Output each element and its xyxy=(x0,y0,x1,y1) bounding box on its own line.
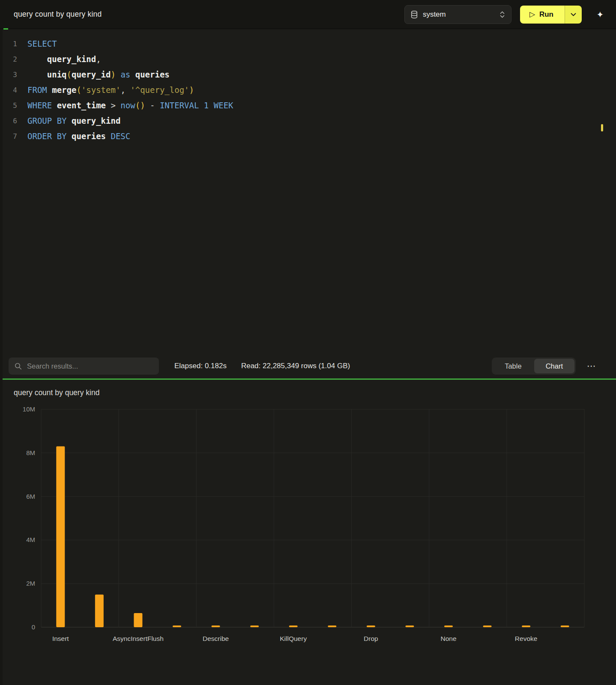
x-category-label: Revoke xyxy=(515,635,538,642)
chart-bar xyxy=(173,625,181,627)
code-line: 3 uniq(query_id) as queries xyxy=(0,67,616,82)
chart-bar xyxy=(95,595,104,627)
database-icon xyxy=(411,11,418,18)
play-icon: ▷ xyxy=(529,10,535,19)
line-number: 3 xyxy=(0,71,17,79)
chart-bar xyxy=(444,625,453,627)
elapsed-stat: Elapsed: 0.182s xyxy=(174,362,227,370)
line-number: 4 xyxy=(0,86,17,94)
code-text: GROUP BY query_kind xyxy=(27,116,120,125)
ellipsis-icon: ⋯ xyxy=(587,361,596,371)
search-input[interactable] xyxy=(27,362,153,370)
chart-bar xyxy=(561,625,569,627)
code-lines: 1SELECT2 query_kind,3 uniq(query_id) as … xyxy=(0,36,616,144)
code-line: 4FROM merge('system', '^query_log') xyxy=(0,82,616,98)
line-number: 7 xyxy=(0,132,17,140)
extra-action-button[interactable]: ✦ xyxy=(591,6,609,24)
code-line: 5WHERE event_time > now() - INTERVAL 1 W… xyxy=(0,98,616,113)
code-line: 2 query_kind, xyxy=(0,51,616,67)
y-tick-label: 6M xyxy=(26,493,35,500)
code-text: WHERE event_time > now() - INTERVAL 1 WE… xyxy=(27,101,233,110)
chart-bar xyxy=(522,625,530,627)
y-tick-label: 2M xyxy=(26,580,35,587)
line-number: 5 xyxy=(0,101,17,110)
x-category-label: Drop xyxy=(364,635,378,642)
chart-bar xyxy=(56,447,65,627)
code-text: ORDER BY queries DESC xyxy=(27,131,130,141)
chart-bar xyxy=(212,625,220,627)
y-tick-label: 8M xyxy=(26,449,35,456)
chart-title: query count by query kind xyxy=(14,387,616,398)
read-stat: Read: 22,285,349 rows (1.04 GB) xyxy=(241,362,350,370)
chart-bar xyxy=(367,625,375,627)
line-number: 1 xyxy=(0,40,17,48)
database-selector[interactable]: system xyxy=(404,5,511,24)
results-toolbar: Elapsed: 0.182s Read: 22,285,349 rows (1… xyxy=(0,354,616,378)
code-line: 7ORDER BY queries DESC xyxy=(0,128,616,144)
chart-bar xyxy=(289,625,298,627)
editor-modified-indicator xyxy=(3,28,8,30)
view-toggle: Table Chart xyxy=(492,357,576,375)
code-line: 1SELECT xyxy=(0,36,616,51)
code-text: SELECT xyxy=(27,39,57,48)
run-button-label: Run xyxy=(539,10,553,19)
x-category-label: KillQuery xyxy=(280,635,307,642)
run-options-button[interactable] xyxy=(565,6,582,24)
tab-table[interactable]: Table xyxy=(493,359,533,373)
x-category-label: Insert xyxy=(52,635,69,642)
line-number: 6 xyxy=(0,117,17,125)
chart-bar xyxy=(328,625,336,627)
sql-editor[interactable]: 1SELECT2 query_kind,3 uniq(query_id) as … xyxy=(0,29,616,354)
x-category-label: Describe xyxy=(203,635,229,642)
header: query count by query kind system ▷ Run xyxy=(0,0,616,29)
chart-bar xyxy=(250,625,259,627)
sparkle-icon: ✦ xyxy=(597,10,604,19)
code-text: uniq(query_id) as queries xyxy=(27,70,170,79)
line-number: 2 xyxy=(0,55,17,63)
y-tick-label: 4M xyxy=(26,536,35,543)
left-edge-strip xyxy=(0,29,3,685)
bar-chart: 02M4M6M8M10MInsertAsyncInsertFlushDescri… xyxy=(9,400,609,657)
chart-bar xyxy=(483,625,492,627)
x-category-label: None xyxy=(440,635,456,642)
select-updown-icon xyxy=(499,10,505,19)
chart-bar xyxy=(405,625,414,627)
scrollbar-marker xyxy=(601,124,603,131)
app-window: query count by query kind system ▷ Run xyxy=(0,0,616,685)
more-options-button[interactable]: ⋯ xyxy=(584,359,599,373)
database-value: system xyxy=(423,10,494,19)
y-tick-label: 0 xyxy=(32,623,35,631)
page-title: query count by query kind xyxy=(14,10,102,19)
chart-bar xyxy=(134,613,142,627)
x-category-label: AsyncInsertFlush xyxy=(113,635,164,642)
search-box xyxy=(9,357,159,375)
code-text: FROM merge('system', '^query_log') xyxy=(27,85,194,95)
tab-chart[interactable]: Chart xyxy=(534,359,574,373)
code-line: 6GROUP BY query_kind xyxy=(0,113,616,128)
code-text: query_kind, xyxy=(27,54,101,64)
search-icon xyxy=(15,363,22,370)
chevron-down-icon xyxy=(571,13,576,16)
chart-section: query count by query kind 02M4M6M8M10MIn… xyxy=(0,380,616,685)
run-button[interactable]: ▷ Run xyxy=(520,6,565,24)
y-tick-label: 10M xyxy=(23,405,35,413)
run-button-group: ▷ Run xyxy=(520,6,582,24)
